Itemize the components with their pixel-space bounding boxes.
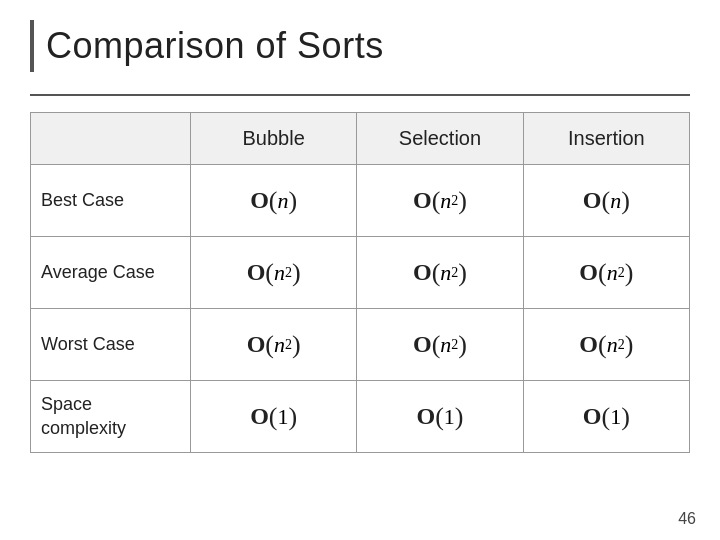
best-bubble: O ( n ) bbox=[191, 165, 357, 237]
title-divider bbox=[30, 94, 690, 96]
space-selection: O ( 1 ) bbox=[357, 381, 523, 453]
table-header-row: Bubble Selection Insertion bbox=[31, 113, 690, 165]
worst-insertion: O ( n 2 ) bbox=[523, 309, 689, 381]
table-row: Spacecomplexity O ( 1 ) O ( bbox=[31, 381, 690, 453]
row-label-space: Spacecomplexity bbox=[31, 381, 191, 453]
space-bubble: O ( 1 ) bbox=[191, 381, 357, 453]
header-bubble: Bubble bbox=[191, 113, 357, 165]
comparison-table: Bubble Selection Insertion Best Case O ( bbox=[30, 112, 690, 453]
worst-selection: O ( n 2 ) bbox=[357, 309, 523, 381]
header-insertion: Insertion bbox=[523, 113, 689, 165]
row-label-average: Average Case bbox=[31, 237, 191, 309]
table-row: Worst Case O ( n 2 ) O bbox=[31, 309, 690, 381]
page-title: Comparison of Sorts bbox=[46, 25, 384, 67]
header-selection: Selection bbox=[357, 113, 523, 165]
worst-bubble: O ( n 2 ) bbox=[191, 309, 357, 381]
title-left-bar bbox=[30, 20, 34, 72]
best-insertion: O ( n ) bbox=[523, 165, 689, 237]
row-label-best: Best Case bbox=[31, 165, 191, 237]
best-selection: O ( n 2 ) bbox=[357, 165, 523, 237]
avg-selection: O ( n 2 ) bbox=[357, 237, 523, 309]
header-empty bbox=[31, 113, 191, 165]
space-insertion: O ( 1 ) bbox=[523, 381, 689, 453]
table-row: Average Case O ( n 2 ) O bbox=[31, 237, 690, 309]
table-row: Best Case O ( n ) O ( bbox=[31, 165, 690, 237]
avg-bubble: O ( n 2 ) bbox=[191, 237, 357, 309]
table-wrapper: Bubble Selection Insertion Best Case O ( bbox=[30, 112, 690, 453]
title-section: Comparison of Sorts bbox=[30, 20, 690, 76]
avg-insertion: O ( n 2 ) bbox=[523, 237, 689, 309]
page-number: 46 bbox=[678, 510, 696, 528]
row-label-worst: Worst Case bbox=[31, 309, 191, 381]
page-container: Comparison of Sorts Bubble Selection Ins… bbox=[0, 0, 720, 540]
